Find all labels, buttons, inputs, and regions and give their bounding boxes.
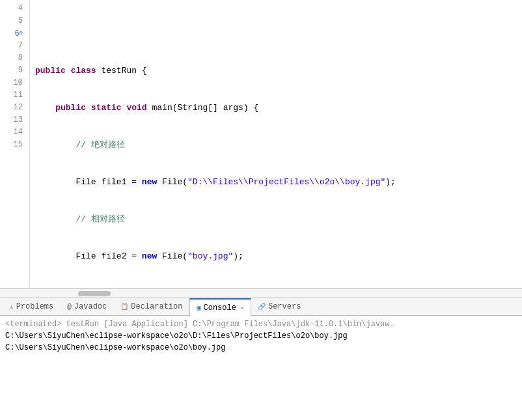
console-close-icon[interactable]: ✕: [240, 304, 244, 312]
line-num-8: 8: [0, 52, 25, 64]
tab-servers-label: Servers: [268, 302, 301, 311]
line-num-12: 12: [0, 102, 25, 114]
tab-console-label: Console: [204, 303, 236, 313]
problems-icon: ⚠: [9, 303, 14, 311]
console-area: <terminated> testRun [Java Application] …: [0, 316, 522, 420]
javadoc-icon: @: [67, 303, 72, 311]
tab-problems[interactable]: ⚠ Problems: [3, 298, 61, 316]
line-num-15: 15: [0, 139, 25, 151]
code-line-10: File file2 = new File("boy.jpg");: [35, 250, 522, 262]
line-num-5: 5: [0, 15, 25, 27]
line-num-9: 9: [0, 64, 25, 77]
code-line-9: // 相对路径: [35, 213, 522, 225]
line-num-10: 10: [0, 77, 25, 89]
line-numbers: 4 5 6⊖ 7 8 9 10 11 12 13 14 15: [0, 0, 30, 288]
editor-wrapper: 4 5 6⊖ 7 8 9 10 11 12 13 14 15 public cl…: [0, 0, 522, 420]
code-line-7: // 绝对路径: [35, 139, 522, 151]
line-num-4: 4: [0, 3, 25, 15]
code-line-8: File file1 = new File("D:\\Files\\Projec…: [35, 176, 522, 188]
line-num-7: 7: [0, 40, 25, 52]
line-num-6: 6⊖: [0, 27, 25, 40]
console-line-2: C:\Users\SiyuChen\eclipse-workspace\o2o\…: [5, 330, 517, 342]
scrollbar-area: [0, 288, 522, 298]
code-line-11: [35, 287, 522, 288]
tab-javadoc-label: Javadoc: [74, 302, 107, 311]
horizontal-scrollbar[interactable]: [78, 291, 111, 296]
editor-area: 4 5 6⊖ 7 8 9 10 11 12 13 14 15 public cl…: [0, 0, 522, 288]
code-line-4: [35, 27, 522, 40]
console-line-3: C:\Users\SiyuChen\eclipse-workspace\o2o\…: [5, 342, 517, 354]
tabs-bar: ⚠ Problems @ Javadoc 📋 Declaration ▣ Con…: [0, 298, 522, 316]
console-icon: ▣: [197, 304, 200, 312]
declaration-icon: 📋: [120, 303, 128, 311]
code-line-5: public class testRun {: [35, 64, 522, 77]
line-num-11: 11: [0, 89, 25, 102]
tab-declaration-label: Declaration: [131, 302, 182, 311]
code-container: 4 5 6⊖ 7 8 9 10 11 12 13 14 15 public cl…: [0, 0, 522, 288]
tab-javadoc[interactable]: @ Javadoc: [61, 298, 114, 316]
line-num-13: 13: [0, 114, 25, 126]
code-lines[interactable]: public class testRun { public static voi…: [30, 0, 522, 288]
servers-icon: 🔗: [258, 303, 266, 311]
tab-console[interactable]: ▣ Console ✕: [189, 298, 251, 316]
tab-declaration[interactable]: 📋 Declaration: [114, 298, 189, 316]
tab-problems-label: Problems: [16, 302, 54, 311]
console-line-1: <terminated> testRun [Java Application] …: [5, 318, 517, 330]
line-num-14: 14: [0, 126, 25, 139]
tab-servers[interactable]: 🔗 Servers: [251, 298, 308, 316]
code-line-6: public static void main(String[] args) {: [35, 102, 522, 114]
